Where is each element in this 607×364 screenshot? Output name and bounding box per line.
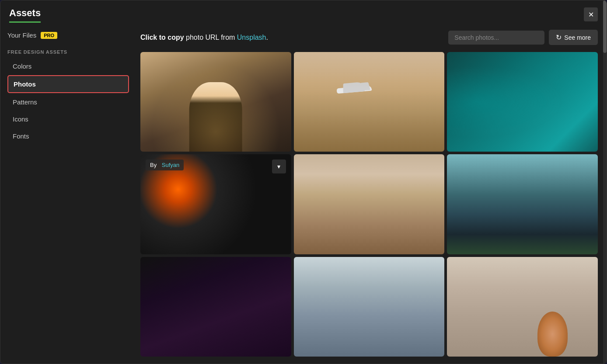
photo-cell-2[interactable] [294, 52, 445, 152]
plane-body [336, 85, 372, 94]
main-content: Click to copy photo URL from Unsplash. ↻… [136, 23, 607, 364]
your-files-section[interactable]: Your Files PRO [7, 31, 129, 39]
photo-cell-6[interactable] [447, 154, 598, 254]
plane-tail [360, 82, 370, 90]
photo-cell-3[interactable] [447, 52, 598, 152]
unsplash-link[interactable]: Unsplash [237, 34, 266, 41]
close-button[interactable]: ✕ [584, 7, 598, 21]
photo-cell-4[interactable]: By Sufyan ▾ [140, 154, 291, 254]
sidebar-item-colors[interactable]: Colors [7, 58, 129, 74]
sidebar-item-fonts[interactable]: Fonts [7, 128, 129, 144]
photo-cell-8[interactable] [294, 257, 445, 357]
panel-title: Assets [9, 7, 41, 23]
see-more-label: See more [564, 34, 591, 41]
pro-badge: PRO [41, 32, 57, 39]
photo-cell-1[interactable] [140, 52, 291, 152]
sidebar: Your Files PRO FREE DESIGN ASSETS Colors… [0, 23, 136, 364]
author-name: Sufyan [162, 162, 179, 168]
panel-header: Assets ✕ [0, 0, 607, 23]
toolbar-right: ↻ See more [448, 30, 598, 45]
person-figure [189, 82, 242, 152]
click-to-copy-bold: Click to copy [140, 34, 184, 41]
photo-cell-9[interactable] [447, 257, 598, 357]
by-label: By [150, 162, 157, 168]
photo-dropdown-button[interactable]: ▾ [272, 159, 286, 173]
period: . [266, 34, 268, 41]
assets-panel: Assets ✕ Your Files PRO FREE DESIGN ASSE… [0, 0, 607, 364]
sidebar-item-icons[interactable]: Icons [7, 111, 129, 127]
instruction-text: Click to copy photo URL from Unsplash. [140, 34, 268, 42]
scrollbar-thumb[interactable] [603, 23, 607, 53]
see-more-button[interactable]: ↻ See more [549, 30, 598, 45]
photo-cell-5[interactable] [294, 154, 445, 254]
click-to-copy-rest: photo URL from [184, 34, 237, 41]
panel-body: Your Files PRO FREE DESIGN ASSETS Colors… [0, 23, 607, 364]
sidebar-item-photos[interactable]: Photos [7, 75, 129, 93]
scrollbar-track[interactable] [603, 23, 607, 364]
refresh-icon: ↻ [556, 33, 562, 42]
photo-cell-7[interactable] [140, 257, 291, 357]
free-design-assets-title: FREE DESIGN ASSETS [7, 49, 129, 55]
photos-grid: By Sufyan ▾ [140, 52, 598, 357]
attribution-badge: By Sufyan [146, 159, 184, 170]
search-input[interactable] [448, 31, 544, 45]
main-toolbar: Click to copy photo URL from Unsplash. ↻… [140, 30, 598, 45]
plane-figure [336, 85, 372, 94]
your-files-label: Your Files [7, 31, 36, 39]
plane-wing [343, 82, 365, 93]
sidebar-item-patterns[interactable]: Patterns [7, 94, 129, 110]
